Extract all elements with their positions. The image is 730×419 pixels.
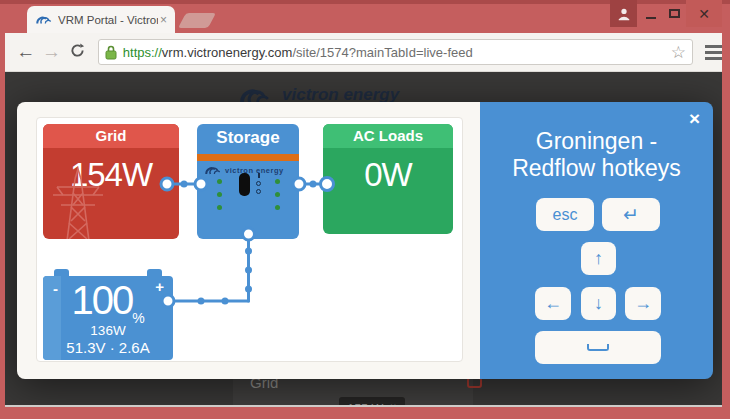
address-bar[interactable]: https://vrm.victronenergy.com/site/1574?… (98, 39, 693, 65)
battery-soc-unit: % (132, 310, 144, 326)
ac-loads-tile-label: AC Loads (323, 124, 453, 148)
browser-toolbar: ← → https://vrm.victronenergy.com/site/1… (5, 33, 722, 72)
url-path: /site/1574?mainTabId=live-feed (292, 45, 472, 60)
system-overview-area: Grid 154W St (17, 102, 480, 379)
led-column-right (275, 179, 280, 210)
minimize-button[interactable] (640, 0, 662, 27)
battery-power: 136W (43, 323, 173, 338)
ac-loads-power-value: 0W (323, 156, 453, 194)
battery-tile[interactable]: - + 100% 136W 51.3V · 2.6A (43, 269, 173, 360)
reload-button[interactable] (64, 41, 90, 63)
forward-button[interactable]: → (39, 41, 65, 63)
browser-tab[interactable]: VRM Portal - Victron Ener × (27, 6, 175, 33)
padlock-icon (105, 45, 117, 60)
battery-body: - + 100% 136W 51.3V · 2.6A (43, 276, 173, 360)
hotkeys-title: Groningen - Redflow hotkeys (480, 128, 713, 182)
close-window-button[interactable]: ✕ (686, 0, 722, 27)
key-arrow-right[interactable]: → (625, 287, 661, 320)
bookmark-star-icon[interactable]: ☆ (671, 42, 686, 63)
maximize-button[interactable] (663, 0, 685, 27)
background-watt-badge: 155 Watt (339, 397, 405, 407)
browser-window: VRM Portal - Victron Ener × ✕ ← → https:… (0, 0, 730, 419)
ac-loads-tile[interactable]: AC Loads 0W (323, 124, 453, 234)
pylon-icon (45, 163, 111, 239)
battery-minus-sign: - (53, 280, 58, 297)
url-host: vrm.victronenergy.com (162, 45, 293, 60)
system-diagram-card: Grid 154W St (36, 117, 463, 362)
url-scheme: https:// (123, 45, 162, 60)
storage-tile-label: Storage (197, 128, 299, 148)
battery-voltage-current: 51.3V · 2.6A (43, 339, 173, 356)
grid-tile-label: Grid (43, 124, 179, 148)
key-esc[interactable]: esc (536, 198, 594, 231)
tab-title: VRM Portal - Victron Ener (58, 14, 158, 26)
device-orange-stripe (197, 154, 299, 161)
tab-close-icon[interactable]: × (158, 13, 169, 27)
maximize-icon (669, 9, 680, 18)
key-arrow-down[interactable]: ↓ (581, 287, 616, 320)
battery-side-highlight (43, 276, 61, 360)
battery-soc: 100% (43, 278, 173, 326)
key-space[interactable] (535, 331, 661, 364)
person-icon (617, 7, 631, 21)
new-tab-button[interactable] (178, 13, 216, 28)
hotkeys-panel: × Groningen - Redflow hotkeys esc ↵ ↑ ← … (480, 102, 713, 379)
grid-tile[interactable]: Grid 154W (43, 124, 179, 239)
profile-button[interactable] (610, 0, 637, 27)
url-text: https://vrm.victronenergy.com/site/1574?… (123, 45, 667, 60)
dimmed-page-background: victron energy Grid 155 Watt Grid 154W (5, 72, 722, 407)
modal-close-icon[interactable]: × (689, 108, 700, 130)
device-logo-text: victron energy (225, 166, 284, 175)
space-bar-icon (587, 344, 609, 351)
victron-favicon-icon (36, 14, 52, 25)
device-display (239, 173, 250, 196)
battery-plus-sign: + (155, 278, 164, 295)
storage-tile[interactable]: Storage victron energy (197, 124, 299, 239)
key-arrow-up[interactable]: ↑ (581, 242, 616, 275)
key-enter[interactable]: ↵ (602, 198, 660, 231)
led-column-left (217, 179, 222, 210)
menu-button[interactable] (705, 45, 722, 60)
reload-icon (70, 43, 85, 58)
live-feed-modal: Grid 154W St (17, 102, 713, 379)
minimize-icon (646, 17, 656, 19)
device-indicator-marks (256, 173, 261, 194)
back-button[interactable]: ← (13, 41, 39, 63)
victron-swirl-icon (205, 165, 221, 175)
key-arrow-left[interactable]: ← (535, 287, 571, 320)
